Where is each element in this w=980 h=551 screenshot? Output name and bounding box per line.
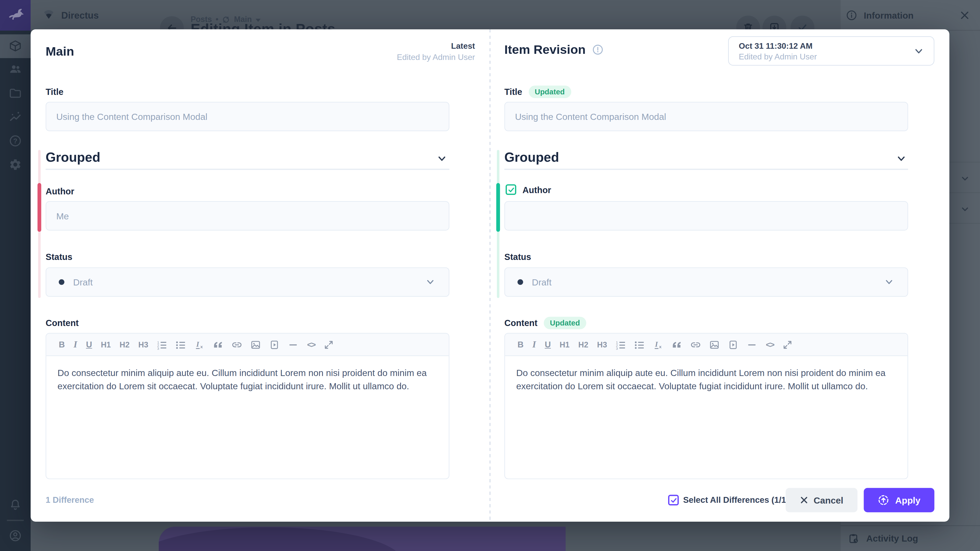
h1-button[interactable]: H1 <box>560 340 570 349</box>
video-button[interactable] <box>729 340 738 349</box>
revision-info-icon[interactable] <box>593 44 603 55</box>
h3-button[interactable]: H3 <box>138 340 148 349</box>
module-content-active[interactable] <box>0 35 30 58</box>
left-panel-title: Main <box>46 44 74 59</box>
info-close-button[interactable] <box>959 10 970 21</box>
clear-format-button[interactable]: Ix <box>653 340 663 349</box>
clear-format-button[interactable]: Ix <box>194 340 204 349</box>
project-signal-icon <box>43 10 54 21</box>
bold-button[interactable]: B <box>517 340 524 349</box>
group-collapse-button[interactable] <box>437 154 447 164</box>
trending-icon <box>9 110 22 124</box>
underline-button[interactable]: U <box>86 340 92 349</box>
image-button[interactable] <box>710 340 719 349</box>
module-help[interactable]: ? <box>9 135 22 148</box>
module-bar-divider <box>7 520 24 521</box>
panel-divider <box>490 29 491 522</box>
select-all-label[interactable]: Select All Differences (1/1) <box>683 495 789 505</box>
svg-text:I: I <box>196 340 200 348</box>
h2-button[interactable]: H2 <box>578 340 588 349</box>
info-sidebar-title: Information <box>864 10 913 20</box>
sidebar-section-chevron[interactable] <box>960 204 970 214</box>
bullet-list-button[interactable] <box>635 340 644 349</box>
italic-button[interactable]: I <box>532 339 536 350</box>
blockquote-button[interactable] <box>213 340 223 349</box>
activity-log-label: Activity Log <box>866 534 918 543</box>
content-editor-body[interactable]: Do consectetur minim aliquip aute eu. Ci… <box>505 356 907 403</box>
sidebar-section-chevron[interactable] <box>960 174 970 184</box>
horizontal-rule-button[interactable] <box>288 340 298 349</box>
chevron-down-icon <box>884 277 894 287</box>
ordered-list-button[interactable]: 123 <box>616 340 626 349</box>
ordered-list-button[interactable]: 123 <box>157 340 167 349</box>
author-input[interactable]: Me <box>46 201 449 230</box>
module-users[interactable] <box>9 63 22 76</box>
title-input[interactable]: Using the Content Comparison Modal <box>46 102 449 131</box>
info-icon <box>846 10 857 21</box>
folder-icon <box>9 87 22 100</box>
chevron-down-icon <box>914 46 924 56</box>
module-settings[interactable] <box>9 158 22 171</box>
image-button[interactable] <box>251 340 261 349</box>
h3-button[interactable]: H3 <box>597 340 607 349</box>
code-button[interactable]: <> <box>766 340 774 349</box>
module-files[interactable] <box>9 87 22 100</box>
fullscreen-button[interactable] <box>324 340 334 349</box>
module-insights[interactable] <box>9 110 22 124</box>
link-button[interactable] <box>691 340 701 349</box>
revision-select[interactable]: Oct 31 11:30:12 AM Edited by Admin User <box>728 36 934 65</box>
notifications-bell[interactable] <box>9 499 22 511</box>
svg-text:3: 3 <box>616 346 618 349</box>
author-label: Author <box>522 185 551 195</box>
app-logo[interactable] <box>0 0 30 30</box>
group-collapse-button[interactable] <box>896 154 906 164</box>
status-dot <box>517 279 523 285</box>
editor-toolbar: B I U H1 H2 H3 123 Ix <box>505 333 907 356</box>
author-diff-removed-bar <box>38 183 41 232</box>
title-updated-badge: Updated <box>528 86 571 98</box>
title-input[interactable]: Using the Content Comparison Modal <box>504 102 908 131</box>
bullet-list-button[interactable] <box>176 340 186 349</box>
svg-text:x: x <box>659 344 662 349</box>
status-dot <box>59 279 64 285</box>
project-name: Directus <box>61 10 99 21</box>
content-editor: B I U H1 H2 H3 123 Ix <box>46 333 449 479</box>
revision-date: Oct 31 11:30:12 AM <box>739 41 817 50</box>
svg-text:3: 3 <box>158 346 159 349</box>
check-icon <box>507 186 514 193</box>
group-divider <box>504 168 908 170</box>
status-select[interactable]: Draft <box>504 267 908 297</box>
code-button[interactable]: <> <box>307 340 315 349</box>
status-select[interactable]: Draft <box>46 267 449 297</box>
right-panel-title: Item Revision <box>504 43 585 57</box>
video-button[interactable] <box>269 340 280 349</box>
content-editor-body[interactable]: Do consectetur minim aliquip aute eu. Ci… <box>46 356 449 403</box>
author-diff-checkbox[interactable] <box>506 184 516 195</box>
person-circle-icon <box>9 529 22 542</box>
status-label: Status <box>46 252 73 262</box>
select-all-checkbox[interactable] <box>668 495 679 506</box>
activity-log-bar[interactable]: Activity Log <box>841 526 980 551</box>
close-icon <box>800 496 808 504</box>
revision-edited-by: Edited by Admin User <box>739 52 817 61</box>
h2-button[interactable]: H2 <box>120 340 130 349</box>
group-divider <box>46 168 449 170</box>
meta-edited-by: Edited by Admin User <box>397 52 475 62</box>
author-input[interactable] <box>504 201 908 230</box>
cancel-button[interactable]: Cancel <box>786 488 858 513</box>
fullscreen-button[interactable] <box>783 340 793 349</box>
editor-toolbar: B I U H1 H2 H3 123 Ix <box>46 333 449 356</box>
chevron-down-icon <box>437 154 447 164</box>
content-editor: B I U H1 H2 H3 123 Ix <box>504 333 908 479</box>
horizontal-rule-button[interactable] <box>747 340 757 349</box>
status-label: Status <box>504 252 531 262</box>
blockquote-button[interactable] <box>672 340 682 349</box>
user-avatar[interactable] <box>9 529 22 542</box>
apply-button[interactable]: Apply <box>864 488 934 513</box>
content-comparison-modal: Main Latest Edited by Admin User Title U… <box>30 29 950 522</box>
link-button[interactable] <box>232 340 242 349</box>
bold-button[interactable]: B <box>59 340 65 349</box>
h1-button[interactable]: H1 <box>101 340 111 349</box>
italic-button[interactable]: I <box>73 339 77 350</box>
underline-button[interactable]: U <box>545 340 551 349</box>
